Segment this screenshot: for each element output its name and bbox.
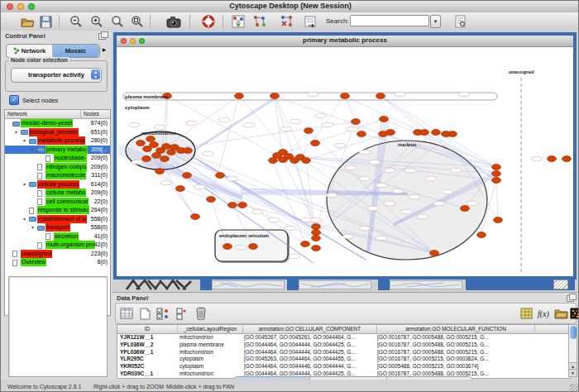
table-cell[interactable]: YKR052C [117,363,177,370]
table-cell[interactable]: [GO:0016787, GO:0005488, GO:0005215, G..… [375,342,532,349]
function-builder-button[interactable]: f(x) [535,305,552,322]
network-node[interactable] [152,153,161,159]
save-button[interactable] [37,13,54,30]
tree-row[interactable]: nitrogen compo209(0) [5,163,110,172]
attribute-matrix-button[interactable] [569,305,579,322]
tab-mosaic[interactable]: Mosaic [53,45,99,57]
tree-row-label[interactable]: unassigned [21,250,52,258]
tree-row-label[interactable]: multi-organism pro [45,241,95,249]
tree-disclosure-icon[interactable]: ▾ [23,215,26,224]
select-nodes-checkbox[interactable]: ✓ [9,95,19,105]
zoom-in-button[interactable] [89,13,105,30]
table-cell[interactable]: mitochondrion [177,370,242,378]
tree-disclosure-icon[interactable]: ▾ [15,128,17,137]
tree-row-label[interactable]: cellular process [37,180,79,189]
network-node[interactable] [352,119,361,125]
network-node[interactable] [228,203,237,208]
table-row[interactable]: YKR052Ccytoplasm[GO:0044464, GO:0044446,… [117,363,571,370]
tree-row[interactable]: ▾transport558(0) [5,223,110,232]
zoom-out-button[interactable] [68,13,84,30]
help-button[interactable] [200,13,217,30]
tree-row[interactable]: multi-organism pro42(0) [5,241,110,250]
table-cell[interactable]: YJR121W__1 [117,334,177,342]
network-node[interactable] [448,131,457,137]
network-node[interactable] [376,93,385,99]
network-node[interactable] [301,241,310,247]
tree-row[interactable]: Overview8(0) [5,258,110,267]
birdseye-view[interactable] [8,276,108,377]
window-resize-grip[interactable] [553,280,568,289]
tree-row[interactable]: nucleobase-209(0) [5,154,110,163]
network-node[interactable] [357,131,366,137]
tree-row[interactable]: cell communicat22(0) [5,198,110,207]
import-attributes-button[interactable] [553,305,569,322]
background-window[interactable] [390,280,462,289]
network-node[interactable] [492,165,501,170]
background-window-edge[interactable] [200,280,212,290]
table-cell[interactable]: mitochondrion [177,334,242,342]
table-cell[interactable]: [GO:0044464, GO:0044444, GO:0044425, G..… [242,342,375,349]
destroy-network-button[interactable] [302,13,318,30]
tree-row[interactable]: response to stimulu264(0) [5,206,110,215]
table-cell[interactable]: [GO:0044464, GO:0044444, GO:0044425, G..… [242,349,375,356]
background-window[interactable] [212,280,285,289]
table-cell[interactable]: [GO:0045267, GO:0045261, GO:0044464, G..… [242,334,375,342]
tree-row[interactable]: cellular metabo209(0) [5,189,110,198]
table-cell[interactable]: [GO:0016787, GO:0005488, GO:0005215, G..… [375,334,532,342]
tree-row-label[interactable]: metabolic process [37,136,85,145]
table-row[interactable]: YLR295Ccytoplasm[GO:0045263, GO:0044464,… [117,356,571,363]
tree-row[interactable]: ▾metabolic process280(0) [5,136,110,146]
snapshot-button[interactable] [165,13,182,30]
network-node[interactable] [311,141,320,146]
network-node[interactable] [191,214,200,220]
attribute-batch-button[interactable] [518,305,534,322]
network-node[interactable] [477,232,486,238]
network-node[interactable] [142,156,151,162]
network-node[interactable] [269,158,278,164]
tree-row[interactable]: unassigned223(0) [5,250,110,259]
network-view-window[interactable]: primary metabolic process plasma membran… [113,32,577,280]
network-node[interactable] [492,178,501,184]
network-canvas[interactable]: plasma membranecytoplasmmitochondrionnuc… [117,46,573,276]
network-node[interactable] [160,156,170,162]
network-node[interactable] [270,93,280,99]
network-node[interactable] [176,186,185,192]
tree-row[interactable]: macromolecule311(0) [5,171,110,180]
attribute-table[interactable]: ID_cellularLayoutRegionannotation.GO CEL… [117,324,572,379]
scroll-down-arrow[interactable]: ▼ [569,369,577,376]
tree-row-label[interactable]: nucleobase- [54,154,87,162]
tree-disclosure-icon[interactable]: ▾ [23,136,26,146]
tree-row[interactable]: ▾biological_process651(0) [5,128,110,137]
network-node[interactable] [312,236,321,241]
network-node[interactable] [494,218,503,223]
open-folder-button[interactable] [19,13,36,30]
table-cell[interactable]: cytoplasm [177,356,242,363]
tree-row[interactable]: secretion41(0) [5,232,110,241]
scrollbar-thumb[interactable] [570,326,577,339]
network-node[interactable] [223,244,232,250]
tree-row[interactable]: ▾establishment of lo558(0) [5,215,110,224]
network-node[interactable] [146,136,156,142]
tree-row-label[interactable]: macromolecule [45,171,86,179]
attribute-table-header[interactable]: ID_cellularLayoutRegionannotation.GO CEL… [117,325,571,334]
background-window-edge[interactable] [378,280,390,290]
network-node[interactable] [235,93,244,99]
network-node[interactable] [386,130,395,136]
background-window-edge[interactable] [287,280,299,290]
network-node[interactable] [150,142,159,148]
table-cell[interactable]: [GO:0016787, GO:0005215, GO:0003824, G..… [375,356,532,363]
table-cell[interactable]: [GO:0045263, GO:0044464, GO:0044455, G..… [242,356,375,363]
float-panel-icon[interactable] [567,295,574,302]
network-node[interactable] [302,158,311,164]
unselect-attributes-button[interactable] [173,305,189,322]
network-node[interactable] [162,144,171,150]
table-column-header[interactable]: annotation.GO CELLULAR_COMPONENT [243,325,377,333]
network-node[interactable] [216,173,225,179]
network-window-titlebar[interactable]: primary metabolic process [117,36,573,47]
tree-row-label[interactable]: Overview [21,258,46,266]
tree-row-label[interactable]: establishment of lo [37,215,87,223]
table-cell[interactable]: [GO:0016787, GO:0005488, GO:0005215, G..… [375,349,532,356]
tree-row-label[interactable]: biological_process [29,128,79,136]
table-cell[interactable]: cytoplasm [177,363,242,370]
network-node[interactable] [279,150,288,155]
